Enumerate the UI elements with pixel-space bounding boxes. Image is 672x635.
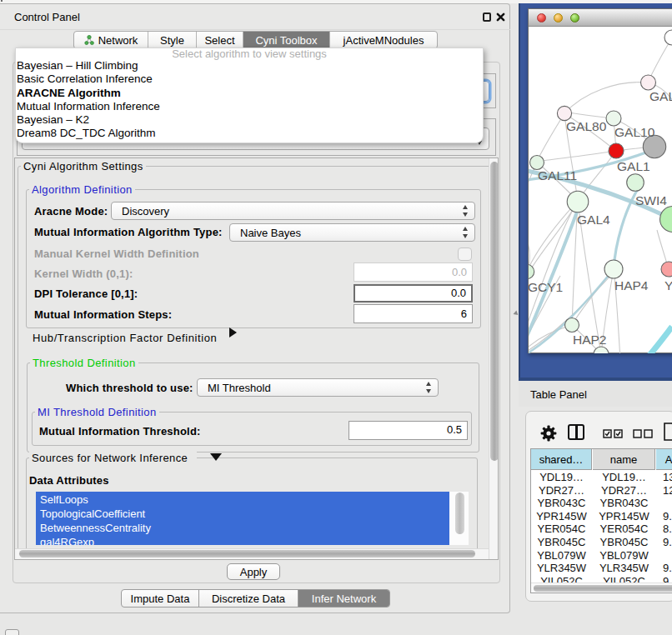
svg-text:GAL: GAL bbox=[649, 89, 672, 103]
svg-text:HAP4: HAP4 bbox=[614, 278, 649, 292]
svg-text:SWI4: SWI4 bbox=[635, 193, 667, 208]
svg-text:Y: Y bbox=[664, 278, 672, 292]
svg-text:GAL10: GAL10 bbox=[614, 125, 655, 139]
svg-text:GAL11: GAL11 bbox=[538, 168, 577, 182]
svg-text:HAP2: HAP2 bbox=[573, 332, 607, 347]
svg-text:GCY1: GCY1 bbox=[529, 280, 563, 294]
svg-text:GAL1: GAL1 bbox=[617, 159, 650, 173]
svg-text:GAL80: GAL80 bbox=[566, 119, 607, 133]
svg-text:GAL4: GAL4 bbox=[577, 212, 610, 227]
